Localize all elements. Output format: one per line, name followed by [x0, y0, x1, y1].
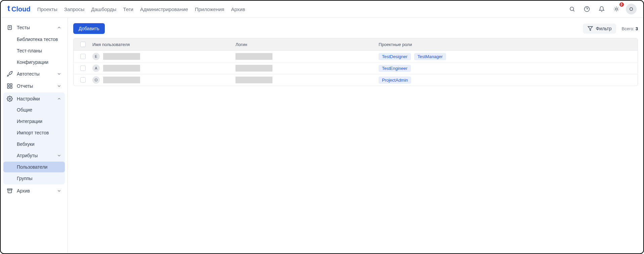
svg-point-20 — [9, 98, 11, 100]
svg-marker-23 — [588, 27, 593, 31]
app-header: t Cloud Проекты Запросы Дашборды Теги Ад… — [1, 1, 643, 18]
sidebar-item-users[interactable]: Пользователи — [3, 162, 65, 172]
filter-label: Фильтр — [596, 26, 611, 31]
user-avatar-sm: A — [92, 65, 100, 72]
toolbar: Добавить Фильтр Всего: 3 — [68, 23, 643, 38]
redacted-login — [235, 65, 272, 72]
sidebar-reports[interactable]: Отчеты — [3, 80, 65, 92]
chevron-down-icon — [57, 84, 61, 88]
col-user-header[interactable]: Имя пользователя — [92, 42, 230, 47]
main-nav: Проекты Запросы Дашборды Теги Администри… — [37, 6, 245, 12]
sidebar-item-attributes-label: Атрибуты — [17, 153, 38, 158]
table-header: Имя пользователя Логин Проектные роли — [74, 38, 638, 51]
svg-rect-21 — [7, 189, 12, 190]
table-row[interactable]: A TestEngineer — [74, 62, 638, 74]
redacted-username — [103, 77, 140, 83]
beta-badge: β — [619, 2, 624, 7]
chevron-up-icon — [57, 25, 61, 30]
tests-icon — [7, 25, 13, 31]
col-login-header[interactable]: Логин — [235, 42, 373, 47]
settings-icon — [7, 96, 13, 102]
sidebar-autotests-label: Автотесты — [17, 71, 40, 77]
sidebar-item-import-tests[interactable]: Импорт тестов — [3, 127, 65, 138]
nav-projects[interactable]: Проекты — [37, 6, 57, 12]
nav-archive[interactable]: Архив — [231, 6, 245, 12]
sidebar-archive[interactable]: Архив — [3, 185, 65, 197]
sidebar-item-general[interactable]: Общие — [3, 104, 65, 115]
sidebar-tests-label: Тесты — [17, 25, 30, 30]
chevron-down-icon — [57, 153, 61, 158]
filter-button[interactable]: Фильтр — [583, 24, 616, 34]
svg-rect-17 — [10, 84, 12, 85]
help-icon[interactable] — [582, 4, 592, 14]
select-all-checkbox[interactable] — [80, 42, 86, 47]
users-table: Имя пользователя Логин Проектные роли E — [73, 38, 638, 86]
sidebar-settings-label: Настройки — [17, 96, 40, 101]
bell-icon[interactable] — [596, 4, 607, 14]
role-tag[interactable]: TestEngineer — [379, 65, 411, 72]
logo[interactable]: t Cloud — [7, 5, 31, 13]
svg-point-4 — [615, 8, 617, 10]
sidebar-item-integrations[interactable]: Интеграции — [3, 116, 65, 127]
role-tag[interactable]: ProjectAdmin — [379, 77, 411, 84]
theme-icon[interactable]: β — [611, 4, 622, 14]
sidebar-item-webhooks[interactable]: Вебхуки — [3, 139, 65, 150]
add-button[interactable]: Добавить — [73, 23, 105, 34]
nav-apps[interactable]: Приложения — [195, 6, 224, 12]
redacted-login — [235, 53, 272, 60]
logo-text: Cloud — [11, 5, 31, 13]
table-row[interactable]: E TestDesigner TestManager — [74, 51, 638, 62]
sidebar-item-configurations[interactable]: Конфигурации — [3, 57, 65, 68]
user-avatar[interactable]: O — [626, 4, 637, 14]
redacted-username — [103, 53, 140, 60]
chevron-down-icon — [57, 72, 61, 76]
svg-point-0 — [570, 7, 574, 11]
role-tag[interactable]: TestDesigner — [379, 53, 411, 60]
main-content: Добавить Фильтр Всего: 3 Имя пользовател… — [68, 18, 643, 253]
nav-admin[interactable]: Администрирование — [140, 6, 188, 12]
svg-line-11 — [615, 10, 615, 11]
sidebar-item-test-library[interactable]: Библиотека тестов — [3, 34, 65, 45]
nav-queries[interactable]: Запросы — [64, 6, 85, 12]
svg-line-12 — [618, 7, 618, 8]
nav-tags[interactable]: Теги — [123, 6, 133, 12]
col-roles-header[interactable]: Проектные роли — [379, 42, 632, 47]
chevron-down-icon — [57, 188, 61, 193]
total-count: Всего: 3 — [621, 26, 638, 31]
sidebar-item-groups[interactable]: Группы — [3, 173, 65, 184]
sidebar-autotests[interactable]: Автотесты — [3, 68, 65, 80]
sidebar-archive-label: Архив — [17, 188, 30, 194]
svg-line-8 — [618, 10, 618, 11]
sidebar-reports-label: Отчеты — [17, 83, 33, 89]
svg-line-1 — [573, 10, 574, 11]
sidebar: Тесты Библиотека тестов Тест-планы Конфи… — [1, 18, 68, 253]
row-checkbox[interactable] — [80, 77, 86, 83]
svg-rect-19 — [7, 87, 9, 88]
search-icon[interactable] — [567, 4, 577, 14]
row-checkbox[interactable] — [80, 54, 86, 59]
reports-icon — [7, 83, 13, 89]
table-row[interactable]: O ProjectAdmin — [74, 74, 638, 86]
nav-dashboards[interactable]: Дашборды — [91, 6, 116, 12]
sidebar-item-test-plans[interactable]: Тест-планы — [3, 45, 65, 56]
sidebar-tests[interactable]: Тесты — [3, 22, 65, 33]
svg-line-7 — [615, 7, 615, 8]
autotests-icon — [7, 71, 13, 77]
role-tag[interactable]: TestManager — [414, 53, 446, 60]
chevron-up-icon — [57, 96, 61, 101]
archive-icon — [7, 188, 13, 194]
svg-rect-18 — [10, 87, 12, 88]
redacted-username — [103, 65, 140, 72]
user-avatar-sm: E — [92, 53, 100, 60]
redacted-login — [235, 77, 272, 83]
sidebar-item-attributes[interactable]: Атрибуты — [3, 150, 65, 161]
svg-rect-16 — [7, 84, 9, 85]
filter-icon — [588, 26, 593, 31]
logo-mark: t — [7, 4, 10, 12]
user-avatar-sm: O — [92, 76, 100, 84]
row-checkbox[interactable] — [80, 66, 86, 71]
sidebar-settings[interactable]: Настройки — [3, 93, 65, 104]
